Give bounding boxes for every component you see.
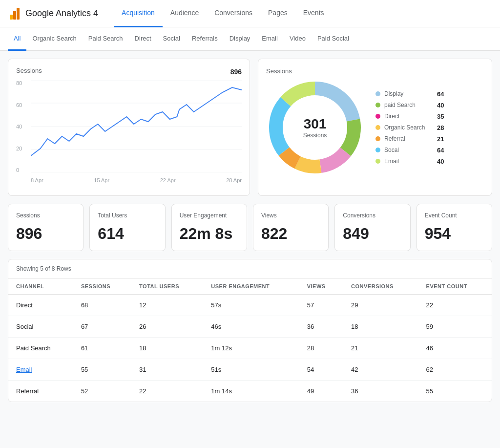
subnav-paid-search[interactable]: Paid Search	[83, 27, 129, 51]
table-column-header: USER ENGAGEMENT	[203, 278, 299, 295]
metric-value: 896	[16, 225, 75, 243]
user_engagement-cell: 1m 12s	[203, 338, 299, 359]
legend-dot	[375, 125, 380, 130]
event_count-cell: 55	[418, 381, 492, 402]
subnav-video[interactable]: Video	[284, 27, 312, 51]
metric-label: User Engagement	[180, 212, 239, 219]
legend-item: Referral 21	[375, 135, 444, 143]
table-card: Showing 5 of 8 Rows CHANNELSESSIONSTOTAL…	[8, 259, 492, 402]
channel-link[interactable]: Email	[16, 366, 32, 373]
header: Google Analytics 4 Acquisition Audience …	[0, 0, 500, 27]
nav-pages[interactable]: Pages	[260, 0, 295, 27]
subnav-all[interactable]: All	[8, 27, 26, 51]
legend-name: Direct	[384, 113, 433, 120]
metric-value: 849	[343, 225, 402, 243]
x-axis-labels: 8 Apr 15 Apr 22 Apr 28 Apr	[31, 173, 242, 188]
event_count-cell: 59	[418, 316, 492, 338]
metric-card: Conversions 849	[334, 204, 410, 251]
legend-value: 21	[437, 135, 444, 143]
line-chart-total: 896	[230, 68, 242, 76]
table-column-header: TOTAL USERS	[131, 278, 203, 295]
legend-item: Direct 35	[375, 113, 444, 120]
legend-dot	[375, 114, 380, 119]
line-chart-area: 80 60 40 20 0	[16, 80, 242, 188]
channel-cell: Referral	[8, 381, 73, 402]
charts-row: Sessions 896 80 60 40 20 0	[8, 59, 492, 196]
legend-dot	[375, 136, 380, 141]
y-axis-labels: 80 60 40 20 0	[16, 80, 22, 173]
sub-nav: All Organic Search Paid Search Direct So…	[0, 27, 500, 51]
legend-item: paid Search 40	[375, 102, 444, 109]
line-chart-title: Sessions	[16, 67, 42, 74]
metric-card: Sessions 896	[8, 204, 83, 251]
legend-value: 64	[437, 90, 444, 98]
subnav-direct[interactable]: Direct	[129, 27, 157, 51]
table-column-header: VIEWS	[299, 278, 343, 295]
logo-icon	[8, 7, 21, 21]
subnav-email[interactable]: Email	[256, 27, 284, 51]
total_users-cell: 12	[131, 295, 203, 316]
conversions-cell: 36	[343, 381, 418, 402]
legend-value: 40	[437, 158, 444, 165]
subnav-organic-search[interactable]: Organic Search	[26, 27, 82, 51]
table-head: CHANNELSESSIONSTOTAL USERSUSER ENGAGEMEN…	[8, 278, 492, 295]
subnav-display[interactable]: Display	[224, 27, 256, 51]
legend-name: Referral	[384, 135, 433, 142]
metric-label: Views	[261, 212, 320, 219]
table-row: Email553151s544262	[8, 359, 492, 381]
channel-cell: Paid Search	[8, 338, 73, 359]
legend-value: 35	[437, 113, 444, 120]
main-content: Sessions 896 80 60 40 20 0	[0, 51, 500, 410]
logo: Google Analytics 4	[8, 7, 98, 21]
donut-content: 301 Sessions Display 64 paid Search 40 D…	[266, 79, 484, 176]
metric-card: User Engagement 22m 8s	[171, 204, 247, 251]
data-table: CHANNELSESSIONSTOTAL USERSUSER ENGAGEMEN…	[8, 278, 492, 402]
metric-label: Sessions	[16, 212, 75, 219]
nav-audience[interactable]: Audience	[163, 0, 207, 27]
svg-rect-1	[13, 11, 16, 20]
legend-name: Display	[384, 90, 433, 97]
total_users-cell: 31	[131, 359, 203, 381]
table-body: Direct681257s572922Social672646s361859Pa…	[8, 295, 492, 402]
legend-name: Email	[384, 158, 433, 165]
event_count-cell: 22	[418, 295, 492, 316]
metric-value: 22m 8s	[180, 225, 239, 243]
table-column-header: SESSIONS	[73, 278, 131, 295]
legend-name: Socal	[384, 147, 433, 153]
nav-conversions[interactable]: Conversions	[207, 0, 260, 27]
channel-cell[interactable]: Email	[8, 359, 73, 381]
legend-dot	[375, 103, 380, 107]
event_count-cell: 46	[418, 338, 492, 359]
views-cell: 36	[299, 316, 343, 338]
metric-card: Views 822	[253, 204, 329, 251]
legend-dot	[375, 91, 380, 96]
subnav-referrals[interactable]: Referrals	[186, 27, 224, 51]
legend-value: 28	[437, 124, 444, 131]
views-cell: 49	[299, 381, 343, 402]
nav-acquisition[interactable]: Acquisition	[114, 0, 163, 27]
legend-dot	[375, 148, 380, 152]
conversions-cell: 18	[343, 316, 418, 338]
metrics-row: Sessions 896 Total Users 614 User Engage…	[8, 204, 492, 251]
metric-value: 614	[98, 225, 157, 243]
user_engagement-cell: 51s	[203, 359, 299, 381]
user_engagement-cell: 46s	[203, 316, 299, 338]
logo-text: Google Analytics 4	[25, 8, 98, 19]
table-info: Showing 5 of 8 Rows	[8, 259, 492, 278]
channel-cell: Direct	[8, 295, 73, 316]
channel-cell: Social	[8, 316, 73, 338]
metric-label: Conversions	[343, 212, 402, 219]
table-header-row: CHANNELSESSIONSTOTAL USERSUSER ENGAGEMEN…	[8, 278, 492, 295]
nav-events[interactable]: Events	[295, 0, 332, 27]
donut-chart-card: Sessions	[258, 59, 492, 196]
line-chart-svg	[31, 80, 242, 173]
metric-value: 822	[261, 225, 320, 243]
subnav-paid-social[interactable]: Paid Social	[312, 27, 355, 51]
legend-name: Organic Search	[384, 124, 433, 131]
views-cell: 54	[299, 359, 343, 381]
legend-item: Email 40	[375, 158, 444, 165]
table-column-header: EVENT COUNT	[418, 278, 492, 295]
sessions-cell: 52	[73, 381, 131, 402]
table-row: Referral52221m 14s493655	[8, 381, 492, 402]
subnav-social[interactable]: Social	[157, 27, 186, 51]
